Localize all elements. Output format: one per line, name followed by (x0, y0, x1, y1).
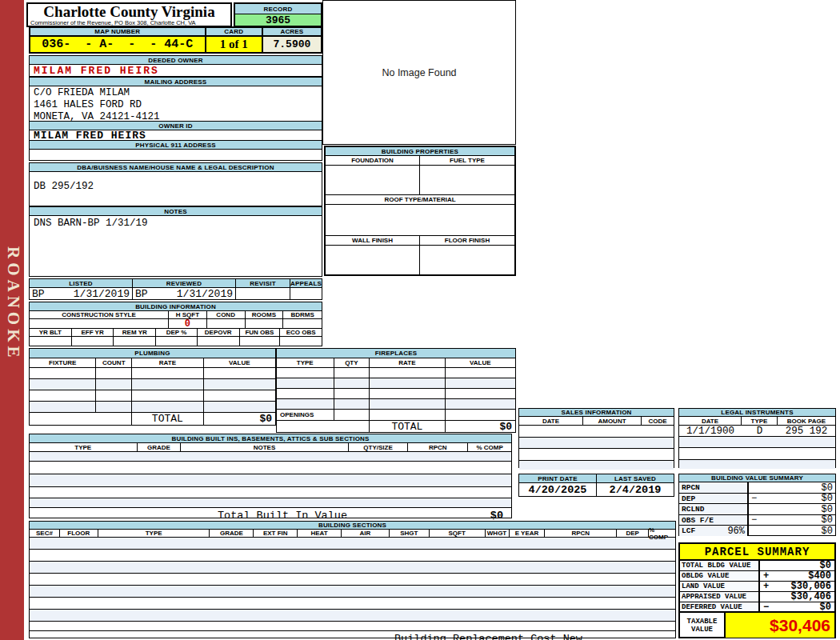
bdrms-value[interactable] (283, 319, 322, 328)
building-sections-row[interactable] (30, 550, 675, 562)
sales-col-code: CODE (642, 417, 674, 425)
record-value[interactable]: 3965 (235, 14, 321, 26)
physical-address-value[interactable] (30, 150, 322, 160)
fuel-type-value[interactable] (420, 166, 514, 194)
legal-row[interactable]: 1/1/1900 D 295 192 (679, 426, 835, 437)
sales-row[interactable] (519, 426, 674, 438)
map-number-value[interactable]: 036- - A- - - 44-C (30, 37, 206, 52)
mailing-line-2[interactable]: 1461 HALES FORD RD (34, 99, 322, 111)
building-sections-row[interactable] (30, 574, 675, 586)
listed-label: LISTED (30, 279, 133, 287)
funobs-value[interactable] (240, 337, 281, 346)
plumbing-total-value: $0 (204, 413, 275, 425)
wall-finish-value[interactable] (326, 246, 420, 274)
sections-col-rpcn: RPCN (545, 530, 617, 537)
sections-col-sec: SEC# (30, 530, 60, 537)
legal-row[interactable] (679, 437, 835, 448)
acres-label: ACRES (263, 28, 321, 35)
acres-value[interactable]: 7.5900 (263, 37, 321, 52)
cond-value[interactable] (207, 319, 246, 328)
dba-value[interactable]: DB 295/192 (30, 172, 322, 192)
building-sections-row[interactable] (30, 586, 675, 598)
building-sections-row[interactable] (30, 562, 675, 574)
legal-col-bookpage: BOOK PAGE (778, 417, 835, 425)
dep-value[interactable] (156, 337, 198, 346)
plumbing-title: PLUMBING (30, 349, 275, 358)
taxable-value: $30,406 (770, 616, 830, 635)
dep-label: DEP % (156, 329, 198, 336)
legal-row[interactable] (679, 460, 835, 469)
plumbing-row[interactable] (30, 390, 275, 402)
built-ins-row[interactable] (30, 474, 511, 487)
plumbing-total-label: TOTAL (132, 413, 203, 425)
remyr-value[interactable] (114, 337, 156, 346)
mailing-line-1[interactable]: C/O FRIEDA MILAM (34, 87, 322, 99)
card-value[interactable]: 1 of 1 (206, 37, 263, 52)
bvs-row-dep: DEP − $0 (679, 494, 835, 504)
sales-row[interactable] (519, 461, 674, 470)
revisit-label: REVISIT (236, 279, 290, 287)
effyr-label: EFF YR (72, 329, 114, 336)
building-value-summary-title: BUILDING VALUE SUMMARY (679, 474, 835, 482)
hsqft-value[interactable]: 0 (169, 319, 207, 328)
fireplaces-row[interactable] (277, 368, 515, 378)
taxable-value-label: TAXABLE VALUE (680, 613, 726, 638)
sections-col-shgt: SHGT (390, 530, 430, 537)
building-sections-row[interactable] (30, 598, 675, 610)
built-ins-row[interactable] (30, 487, 511, 498)
bvs-value: $0 (822, 514, 833, 526)
yrblt-value[interactable] (30, 337, 72, 346)
fireplaces-row[interactable] (277, 399, 515, 410)
building-sections-row[interactable] (30, 610, 675, 622)
building-properties-table: BUILDING PROPERTIES FOUNDATION FUEL TYPE… (324, 146, 516, 276)
built-ins-row[interactable] (30, 462, 511, 474)
ecoobs-value[interactable] (280, 337, 322, 346)
deeded-owner-value[interactable]: MILAM FRED HEIRS (30, 65, 322, 76)
legal-row[interactable] (679, 448, 835, 460)
building-information-title: BUILDING INFORMATION (30, 302, 322, 311)
mailing-address-block: MAILING ADDRESS C/O FRIEDA MILAM 1461 HA… (29, 77, 322, 122)
fireplaces-col-type: TYPE (277, 358, 334, 367)
fireplaces-col-qty: QTY (334, 358, 370, 367)
fireplaces-col-rate: RATE (370, 358, 445, 367)
listed-value[interactable]: BP 1/31/2019 (30, 288, 133, 299)
reviewed-value[interactable]: BP 1/31/2019 (133, 288, 236, 299)
fireplaces-row[interactable] (277, 378, 515, 389)
effyr-value[interactable] (72, 337, 114, 346)
notes-value[interactable]: DNS BARN-BP 1/31/19 (30, 216, 322, 229)
built-ins-col-comp: % COMP (468, 443, 511, 451)
plumbing-row[interactable] (30, 379, 275, 390)
parcel-sign: + (763, 570, 769, 582)
legal-col-date: DATE (679, 417, 742, 425)
legal-bookpage: 295 192 (778, 426, 835, 436)
fireplaces-col-value: VALUE (446, 358, 515, 367)
map-number-label: MAP NUMBER (30, 28, 206, 35)
floor-finish-value[interactable] (420, 246, 514, 274)
revisit-value[interactable] (236, 288, 290, 299)
built-ins-col-type: TYPE (30, 443, 138, 451)
fireplaces-row[interactable] (277, 389, 515, 399)
built-ins-row[interactable] (30, 452, 511, 462)
sales-row[interactable] (519, 449, 674, 461)
built-ins-row[interactable] (30, 498, 511, 508)
roof-value[interactable] (326, 205, 514, 236)
building-sections-row[interactable] (30, 622, 675, 631)
building-sections-row[interactable] (30, 538, 675, 550)
building-properties-title: BUILDING PROPERTIES (326, 147, 514, 156)
ecoobs-label: ECO OBS (280, 329, 322, 336)
plumbing-row[interactable] (30, 368, 275, 379)
legal-date: 1/1/1900 (679, 426, 742, 436)
funobs-label: FUN OBS (240, 329, 281, 336)
photo-panel: No Image Found (322, 0, 516, 145)
depovr-value[interactable] (198, 337, 240, 346)
fireplaces-openings-row[interactable]: OPENINGS (277, 410, 515, 421)
appeals-value[interactable] (290, 288, 322, 299)
building-sections-footer: Building Replacement Cost New (30, 631, 675, 640)
construction-style-value[interactable] (30, 319, 169, 328)
sales-row[interactable] (519, 438, 674, 449)
rooms-value[interactable] (246, 319, 284, 328)
plumbing-row[interactable] (30, 402, 275, 413)
dba-block: DBA/BUISNESS NAME/HOUSE NAME & LEGAL DES… (29, 162, 322, 206)
foundation-value[interactable] (326, 166, 420, 194)
owner-id-value[interactable]: MILAM FRED HEIRS (30, 130, 322, 140)
